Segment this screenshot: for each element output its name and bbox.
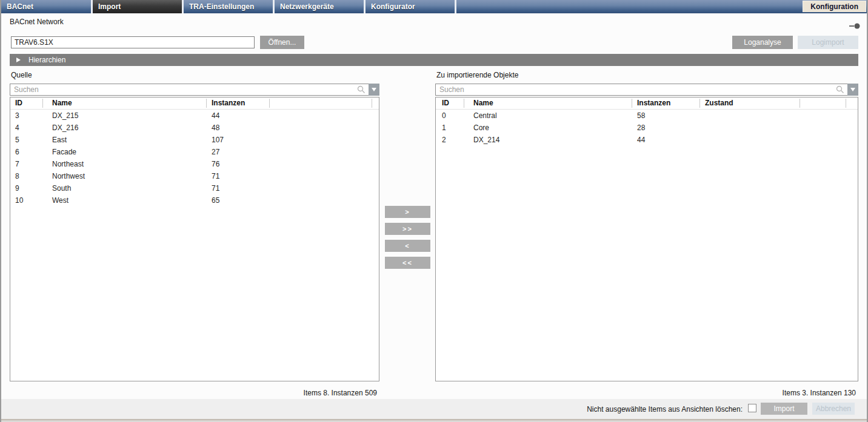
cell-instanzen: 71 — [207, 172, 270, 180]
search-icon — [836, 85, 844, 94]
table-row[interactable]: 7 Northeast 76 — [10, 158, 379, 170]
page-header: BACnet Network — [1, 13, 867, 30]
cell-id: 4 — [10, 124, 43, 132]
column-header-id[interactable]: ID — [10, 99, 43, 108]
tab-bacnet[interactable]: BACnet — [1, 0, 91, 13]
bacnet-import-window: BACnet Import TRA-Einstellungen Netzwerk… — [0, 0, 868, 422]
cell-instanzen: 44 — [632, 136, 700, 144]
cell-instanzen: 48 — [207, 124, 270, 132]
tab-konfigurator[interactable]: Konfigurator — [364, 0, 455, 13]
cell-id: 6 — [10, 148, 43, 156]
cell-id: 8 — [10, 172, 43, 180]
cell-instanzen: 28 — [632, 124, 700, 132]
import-button[interactable]: Import — [761, 403, 807, 415]
chevron-down-icon — [850, 88, 855, 91]
cell-instanzen: 65 — [207, 196, 270, 205]
table-row[interactable]: 10 West 65 — [10, 194, 379, 206]
cell-name: DX_214 — [464, 136, 632, 144]
target-panel-title: Zu importierende Objekte — [436, 71, 518, 79]
loganalyse-button[interactable]: Loganalyse — [732, 36, 793, 49]
column-header-instanzen[interactable]: Instanzen — [207, 99, 270, 108]
tab-netzwerkgeraete[interactable]: Netzwerkgeräte — [273, 0, 364, 13]
cell-instanzen: 71 — [207, 184, 270, 193]
table-row[interactable]: 4 DX_216 48 — [10, 122, 379, 134]
main-tabbar: BACnet Import TRA-Einstellungen Netzwerk… — [1, 0, 867, 13]
cell-id: 5 — [10, 136, 43, 144]
add-selected-button[interactable]: > — [385, 206, 430, 218]
search-icon — [357, 85, 366, 94]
delete-unselected-label: Nicht ausgewählte Items aus Ansichten lö… — [587, 405, 743, 414]
cell-name: Northwest — [43, 172, 207, 180]
tab-tra-einstellungen[interactable]: TRA-Einstellungen — [182, 0, 273, 13]
cell-name: Core — [464, 124, 632, 132]
column-header-name[interactable]: Name — [43, 99, 207, 108]
table-row[interactable]: 5 East 107 — [10, 134, 379, 146]
column-header-zustand[interactable]: Zustand — [700, 99, 800, 108]
table-row[interactable]: 8 Northwest 71 — [10, 170, 379, 182]
source-items-count: Items 8. Instanzen 509 — [10, 389, 377, 397]
table-row[interactable]: 1 Core 28 — [436, 122, 858, 134]
cell-instanzen: 107 — [207, 136, 270, 144]
source-search-dropdown-button[interactable] — [369, 84, 379, 96]
target-search-input[interactable] — [435, 84, 847, 96]
open-button[interactable]: Öffnen... — [260, 36, 304, 49]
target-search-dropdown-button[interactable] — [847, 84, 858, 96]
hierarchies-bar[interactable]: Hierarchien — [10, 54, 858, 66]
remove-selected-button[interactable]: < — [385, 240, 430, 252]
tab-import[interactable]: Import — [91, 0, 182, 13]
chevron-down-icon — [372, 88, 376, 91]
column-header-id[interactable]: ID — [436, 99, 464, 108]
column-header-strip — [846, 99, 858, 108]
table-row[interactable]: 3 DX_215 44 — [10, 110, 379, 122]
tab-konfiguration[interactable]: Konfiguration — [803, 1, 866, 12]
cell-instanzen: 76 — [207, 160, 270, 168]
cell-id: 0 — [436, 111, 464, 120]
target-search-row — [435, 84, 858, 96]
logimport-button: Logimport — [798, 36, 858, 49]
cell-id: 10 — [10, 196, 43, 205]
remove-all-button[interactable]: << — [385, 257, 430, 269]
column-header-empty — [800, 99, 846, 108]
source-table-header: ID Name Instanzen — [10, 97, 379, 110]
cell-instanzen: 44 — [207, 111, 270, 120]
cell-id: 9 — [10, 184, 43, 193]
column-header-strip — [372, 99, 379, 108]
target-table-header: ID Name Instanzen Zustand — [436, 97, 858, 110]
add-all-button[interactable]: >> — [385, 223, 430, 235]
source-search-row — [10, 84, 379, 96]
cell-name: Central — [464, 111, 632, 120]
file-name-input[interactable] — [11, 36, 255, 48]
page-title: BACnet Network — [10, 18, 64, 26]
column-header-instanzen[interactable]: Instanzen — [632, 99, 700, 108]
cell-name: South — [43, 184, 207, 193]
cell-name: DX_215 — [43, 111, 207, 120]
table-row[interactable]: 2 DX_214 44 — [436, 134, 858, 146]
cell-id: 2 — [436, 136, 464, 144]
cell-instanzen: 27 — [207, 148, 270, 156]
table-row[interactable]: 6 Facade 27 — [10, 146, 379, 158]
pin-icon[interactable] — [849, 21, 861, 27]
delete-unselected-checkbox[interactable] — [748, 404, 756, 412]
cell-name: Northeast — [43, 160, 207, 168]
cell-id: 1 — [436, 124, 464, 132]
source-search-input[interactable] — [10, 84, 369, 96]
column-header-empty — [270, 99, 372, 108]
expander-arrow-icon — [16, 58, 21, 62]
cell-name: West — [43, 196, 207, 205]
source-panel-title: Quelle — [11, 71, 32, 79]
cell-instanzen: 58 — [632, 111, 700, 120]
table-row[interactable]: 9 South 71 — [10, 182, 379, 194]
source-table: ID Name Instanzen 3 DX_215 44 4 DX_216 4… — [10, 97, 379, 381]
window-bottom-border — [1, 419, 868, 422]
cell-name: East — [43, 136, 207, 144]
hierarchies-label: Hierarchien — [28, 56, 65, 64]
tabbar-filler — [455, 0, 803, 13]
target-table: ID Name Instanzen Zustand 0 Central 58 1… — [435, 97, 858, 381]
cell-name: DX_216 — [43, 124, 207, 132]
column-header-name[interactable]: Name — [464, 99, 632, 108]
cell-id: 7 — [10, 160, 43, 168]
target-items-count: Items 3. Instanzen 130 — [435, 389, 856, 397]
cancel-button: Abbrechen — [812, 403, 855, 415]
cell-id: 3 — [10, 111, 43, 120]
table-row[interactable]: 0 Central 58 — [436, 110, 858, 122]
